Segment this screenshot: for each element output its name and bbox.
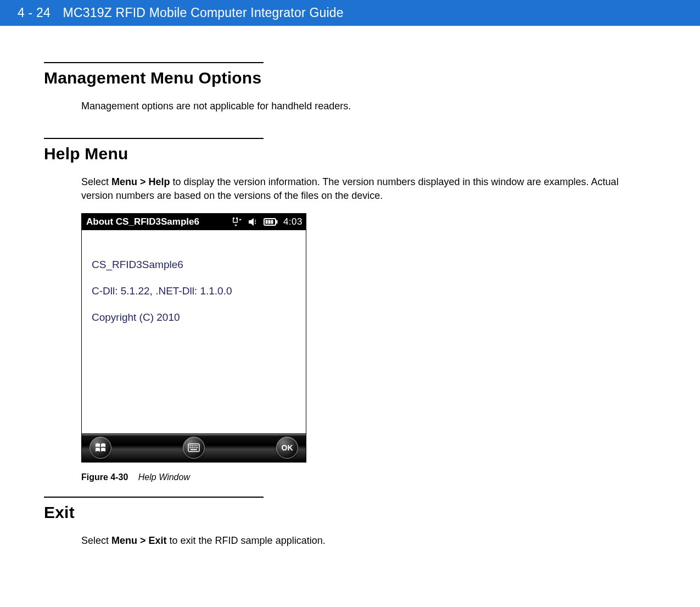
keyboard-button[interactable] [183, 437, 205, 459]
section-divider [44, 62, 264, 63]
svg-rect-21 [192, 447, 193, 448]
svg-marker-5 [249, 218, 254, 226]
svg-rect-10 [276, 220, 278, 224]
menu-path-help: Menu > Help [111, 176, 170, 187]
volume-icon [248, 217, 258, 227]
text-prefix: Select [81, 176, 111, 187]
ok-label: OK [282, 443, 293, 452]
about-app-name: CS_RFID3Sample6 [92, 259, 296, 271]
svg-rect-17 [194, 445, 195, 447]
svg-rect-22 [194, 447, 195, 448]
svg-rect-1 [236, 218, 238, 219]
svg-rect-24 [197, 447, 198, 448]
figure-label: Figure 4-30 [81, 472, 128, 482]
paragraph-exit: Select Menu > Exit to exit the RFID samp… [81, 534, 645, 547]
svg-rect-16 [192, 445, 193, 447]
page-number: 4 - 24 [18, 5, 51, 20]
clock: 4:03 [283, 216, 303, 227]
device-titlebar: About CS_RFID3Sample6 [82, 214, 306, 230]
page-body: Management Menu Options Management optio… [0, 26, 700, 558]
svg-rect-12 [268, 220, 270, 224]
start-button[interactable] [89, 437, 111, 459]
svg-rect-4 [237, 219, 238, 222]
svg-rect-25 [191, 449, 197, 450]
svg-rect-13 [271, 220, 273, 224]
text-prefix: Select [81, 535, 111, 546]
windows-icon [94, 442, 107, 454]
svg-rect-18 [195, 445, 197, 447]
svg-rect-8 [255, 223, 256, 224]
page-header: 4 - 24 MC319Z RFID Mobile Computer Integ… [0, 0, 700, 26]
battery-icon [264, 218, 278, 226]
section-divider [44, 138, 264, 139]
paragraph-help: Select Menu > Help to display the versio… [81, 175, 645, 202]
svg-rect-23 [195, 447, 197, 448]
figure-title: Help Window [138, 472, 190, 482]
text-suffix: to exit the RFID sample application. [167, 535, 326, 546]
svg-rect-7 [255, 221, 256, 222]
keyboard-icon [188, 443, 200, 452]
svg-rect-19 [197, 445, 198, 447]
about-body: CS_RFID3Sample6 C-Dll: 5.1.22, .NET-Dll:… [82, 230, 306, 433]
about-versions: C-Dll: 5.1.22, .NET-Dll: 1.1.0.0 [92, 285, 296, 297]
help-window-screenshot: About CS_RFID3Sample6 [81, 213, 306, 463]
svg-rect-11 [265, 220, 267, 224]
heading-exit: Exit [44, 503, 656, 522]
svg-rect-0 [233, 218, 234, 219]
svg-rect-15 [190, 445, 191, 447]
document-title: MC319Z RFID Mobile Computer Integrator G… [63, 5, 344, 20]
section-divider [44, 497, 264, 498]
figure-caption: Figure 4-30 Help Window [81, 472, 656, 482]
heading-help-menu: Help Menu [44, 144, 656, 163]
svg-rect-6 [255, 220, 256, 221]
svg-rect-2 [233, 219, 234, 222]
ok-button[interactable]: OK [276, 437, 298, 459]
svg-rect-20 [190, 447, 191, 448]
about-copyright: Copyright (C) 2010 [92, 311, 296, 324]
menu-path-exit: Menu > Exit [111, 535, 167, 546]
connectivity-icon [232, 217, 243, 227]
device-bottombar: OK [82, 433, 306, 462]
about-title: About CS_RFID3Sample6 [86, 216, 199, 227]
svg-rect-3 [233, 222, 238, 223]
status-area: 4:03 [232, 216, 303, 227]
paragraph-management: Management options are not applicable fo… [81, 99, 645, 113]
heading-management-menu-options: Management Menu Options [44, 69, 656, 87]
